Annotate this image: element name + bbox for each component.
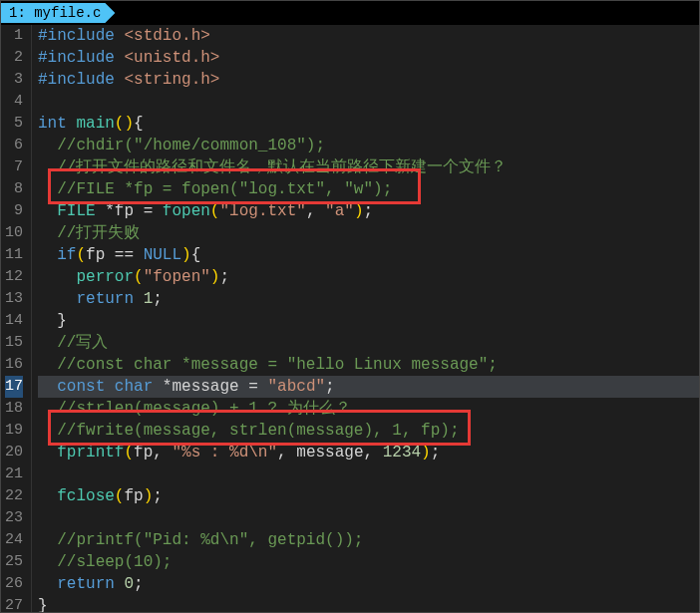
code-token: = <box>144 202 163 220</box>
code-token: 1 <box>144 290 154 308</box>
code-line[interactable]: const char *message = "abcd"; <box>38 376 699 398</box>
code-line[interactable]: //strlen(message) + 1 ? 为什么？ <box>38 398 699 420</box>
code-line[interactable]: //printf("Pid: %d\n", getpid()); <box>38 529 699 551</box>
line-number: 15 <box>5 332 23 354</box>
code-token: fp <box>86 246 115 264</box>
code-line[interactable]: fclose(fp); <box>38 485 699 507</box>
code-line[interactable]: //const char *message = "hello Linux mes… <box>38 354 699 376</box>
code-line[interactable]: } <box>38 595 699 613</box>
line-number: 21 <box>5 463 23 485</box>
code-token: "fopen" <box>144 268 210 286</box>
code-token: fp <box>134 444 153 461</box>
code-line[interactable]: } <box>38 310 699 332</box>
file-tab[interactable]: 1: myfile.c <box>1 3 115 23</box>
code-line[interactable]: //写入 <box>38 332 699 354</box>
code-token <box>38 400 57 418</box>
code-token: , <box>277 444 296 461</box>
code-token: == <box>115 246 144 264</box>
code-line[interactable]: //fwrite(message, strlen(message), 1, fp… <box>38 420 699 442</box>
code-line[interactable]: //sleep(10); <box>38 551 699 573</box>
code-line[interactable]: int main(){ <box>38 113 699 135</box>
tab-bar: 1: myfile.c <box>1 1 699 25</box>
code-token: } <box>57 312 67 330</box>
code-token: ; <box>364 202 374 220</box>
code-token <box>38 224 57 242</box>
code-token: { <box>191 246 201 264</box>
line-number: 20 <box>5 442 23 463</box>
line-number: 22 <box>5 485 23 507</box>
code-token: ; <box>431 444 441 461</box>
code-line[interactable]: fprintf(fp, "%s : %d\n", message, 1234); <box>38 442 699 463</box>
code-line[interactable] <box>38 507 699 529</box>
code-line[interactable] <box>38 463 699 485</box>
line-number: 18 <box>5 398 23 420</box>
code-token: *message <box>163 378 248 396</box>
code-line[interactable]: #include <string.h> <box>38 69 699 91</box>
line-number: 1 <box>5 25 23 47</box>
code-token: ) <box>354 202 364 220</box>
code-token <box>38 531 57 549</box>
code-token: //chdir("/home/common_108"); <box>57 137 325 154</box>
code-token: <string.h> <box>124 71 219 89</box>
code-token: "a" <box>325 202 354 220</box>
code-token <box>38 202 57 220</box>
code-line[interactable] <box>38 91 699 113</box>
line-number: 24 <box>5 529 23 551</box>
code-token: fp <box>124 487 143 505</box>
code-token <box>38 268 76 286</box>
code-token: fprintf <box>57 444 124 461</box>
code-token: ; <box>325 378 335 396</box>
code-token: return <box>57 575 124 593</box>
code-line[interactable]: return 0; <box>38 573 699 595</box>
code-line[interactable]: #include <unistd.h> <box>38 47 699 69</box>
code-token: ( <box>134 268 144 286</box>
code-token: "%s : %d\n" <box>172 444 277 461</box>
code-token: <unistd.h> <box>124 49 219 67</box>
code-line[interactable]: if(fp == NULL){ <box>38 244 699 266</box>
code-line[interactable]: #include <stdio.h> <box>38 25 699 47</box>
code-token: ; <box>153 290 163 308</box>
code-token <box>38 378 57 396</box>
code-line[interactable]: //打开失败 <box>38 222 699 244</box>
line-number: 14 <box>5 310 23 332</box>
code-line[interactable]: return 1; <box>38 288 699 310</box>
code-area[interactable]: #include <stdio.h>#include <unistd.h>#in… <box>32 25 699 613</box>
code-token <box>38 575 57 593</box>
line-number: 11 <box>5 244 23 266</box>
code-token: //打开失败 <box>57 224 140 242</box>
code-line[interactable]: perror("fopen"); <box>38 266 699 288</box>
line-number: 2 <box>5 47 23 69</box>
code-token: #include <box>38 27 124 45</box>
code-token: ( <box>115 487 125 505</box>
line-number: 27 <box>5 595 23 613</box>
code-token: //打开文件的路径和文件名，默认在当前路径下新建一个文件？ <box>57 158 507 176</box>
code-line[interactable]: //chdir("/home/common_108"); <box>38 135 699 156</box>
code-token: ) <box>181 246 191 264</box>
line-number: 26 <box>5 573 23 595</box>
code-token: //FILE *fp = fopen("log.txt", "w"); <box>57 180 392 198</box>
code-token: char <box>115 378 163 396</box>
code-line[interactable]: //打开文件的路径和文件名，默认在当前路径下新建一个文件？ <box>38 156 699 178</box>
code-token: const <box>57 378 115 396</box>
code-token <box>38 158 57 176</box>
code-token: ; <box>153 487 163 505</box>
code-token: //写入 <box>57 334 108 352</box>
code-line[interactable]: FILE *fp = fopen("log.txt", "a"); <box>38 200 699 222</box>
line-number: 5 <box>5 113 23 135</box>
code-token: ) <box>144 487 154 505</box>
line-number: 17 <box>5 376 23 398</box>
code-token: //printf("Pid: %d\n", getpid()); <box>57 531 363 549</box>
code-token: #include <box>38 71 124 89</box>
code-token: *fp <box>105 202 143 220</box>
code-token: main <box>76 115 114 133</box>
code-line[interactable]: //FILE *fp = fopen("log.txt", "w"); <box>38 178 699 200</box>
code-token: <stdio.h> <box>124 27 209 45</box>
code-token <box>38 422 57 440</box>
code-token <box>38 356 57 374</box>
code-token: "log.txt" <box>219 202 305 220</box>
code-token <box>38 444 57 461</box>
code-token: "abcd" <box>267 378 325 396</box>
code-token: //strlen(message) + 1 ? 为什么？ <box>57 400 350 418</box>
code-editor[interactable]: 1234567891011121314151617181920212223242… <box>1 25 699 613</box>
tab-label: 1: myfile.c <box>9 5 101 21</box>
